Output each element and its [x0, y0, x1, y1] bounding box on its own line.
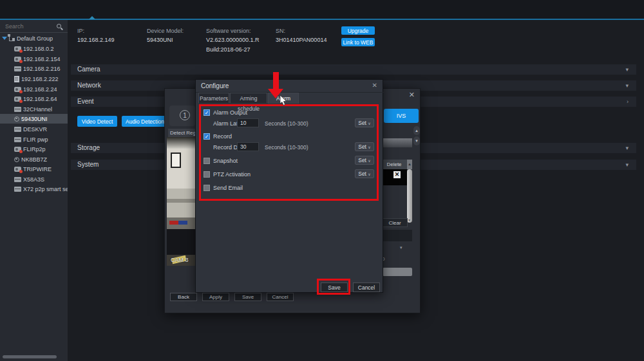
device-label: 192.168.2.154	[23, 56, 61, 62]
ip-value: 192.168.2.149	[77, 37, 115, 43]
chevron-down-icon: ∨	[368, 122, 370, 125]
device-label: DESKVR	[23, 126, 47, 133]
snapshot-checkbox[interactable]	[204, 158, 210, 164]
section-label: Camera	[77, 66, 100, 73]
ptz-set-dropdown[interactable]: Set ∨	[355, 169, 374, 178]
sidebar-horizontal-scrollbar[interactable]	[3, 355, 57, 358]
vertical-scrollbar[interactable]	[407, 169, 412, 223]
sidebar-item-device[interactable]: X58A3S	[0, 174, 68, 184]
camera-preview[interactable]: CAM 3	[167, 137, 196, 266]
chevron-down-icon[interactable]	[2, 37, 7, 40]
tab-arming-schedule[interactable]: Arming schedule	[230, 93, 267, 103]
send-email-checkbox[interactable]	[204, 185, 210, 191]
alarm-output-checkbox[interactable]: ✓	[204, 109, 210, 116]
camera-offline-icon	[14, 97, 21, 102]
build-value: Build:2018-06-27	[206, 46, 251, 53]
scroll-up-icon[interactable]: ▲	[407, 160, 412, 169]
chevron-down-icon: ▾	[625, 160, 629, 170]
configure-dialog: Configure ✕ Parameters Arming schedule A…	[195, 79, 383, 293]
sidebar-item-device[interactable]: 192.168.2.222	[0, 74, 68, 84]
sidebar-item-device[interactable]: X72 p2p smart searc	[0, 184, 68, 194]
ptz-activation-checkbox[interactable]	[204, 171, 210, 178]
device-label: FLIRp2p	[23, 146, 46, 153]
delete-column-header: Delete	[381, 160, 407, 169]
delete-item-icon[interactable]: ✕	[393, 171, 401, 178]
ivs-button[interactable]: IVS	[384, 109, 419, 123]
delete-cell: ✕	[381, 169, 407, 185]
clear-button[interactable]: Clear	[382, 218, 408, 227]
link-to-web-button[interactable]: Link to WEB	[341, 38, 375, 46]
save-button[interactable]: Save	[234, 293, 261, 301]
slider-fragment[interactable]	[383, 268, 412, 276]
upgrade-button[interactable]: Upgrade	[341, 26, 375, 35]
snapshot-set-dropdown[interactable]: Set ∨	[355, 156, 374, 165]
ip-label: IP:	[77, 28, 84, 34]
preview-partition	[167, 189, 196, 218]
tab-parameters[interactable]: Parameters	[198, 93, 229, 103]
sidebar-item-device[interactable]: 32CHannel	[0, 104, 68, 114]
device-label: 32CHannel	[23, 106, 52, 113]
sidebar-item-device[interactable]: DESKVR	[0, 124, 68, 134]
model-label: Device Model:	[147, 28, 184, 34]
preview-ceiling	[167, 137, 196, 149]
chevron-down-icon[interactable]: ▾	[400, 245, 402, 250]
search-box[interactable]	[0, 21, 68, 33]
channel-selector[interactable]: 1	[169, 106, 195, 126]
tab-alarm[interactable]: Alarm	[268, 93, 299, 104]
snapshot-label: Snapshot	[213, 158, 238, 164]
nvr-icon	[14, 187, 21, 192]
search-input[interactable]	[5, 23, 53, 30]
titlebar-accent-line	[0, 19, 644, 20]
set-label: Set	[358, 157, 366, 163]
sidebar-item-device[interactable]: 192.168.2.64	[0, 94, 68, 104]
preview-blue-item	[178, 221, 187, 225]
sidebar-item-device[interactable]: NK8BB7Z	[0, 154, 68, 164]
software-version-value: V2.623.0000000.1.R	[206, 37, 260, 43]
video-detect-button[interactable]: Video Detect	[77, 116, 117, 127]
sidebar-item-device[interactable]: 192.168.2.154	[0, 54, 68, 64]
spinner-down-icon[interactable]: ▼	[413, 136, 420, 145]
close-icon[interactable]: ✕	[409, 91, 415, 99]
cancel-button[interactable]: Cancel	[267, 293, 294, 301]
record-delay-set-dropdown[interactable]: Set ∨	[355, 142, 374, 151]
sidebar-item-device-selected[interactable]: 59430UNI	[0, 114, 68, 124]
audio-detection-button[interactable]: Audio Detection	[122, 116, 168, 127]
sn-label: SN:	[276, 28, 285, 34]
nvr-icon	[14, 107, 21, 112]
model-value: 59430UNI	[147, 37, 173, 43]
camera-offline-icon	[14, 167, 21, 172]
close-icon[interactable]: ✕	[372, 82, 377, 89]
sidebar-item-device[interactable]: FLIRp2p	[0, 144, 68, 154]
document-icon	[14, 76, 19, 82]
detect-region-label[interactable]: Detect Region	[168, 129, 196, 137]
dropdown-fragment[interactable]	[381, 138, 412, 147]
section-camera[interactable]: Camera▾	[71, 64, 636, 75]
sidebar-item-device[interactable]: 192.168.0.2	[0, 44, 68, 53]
dome-camera-icon	[14, 116, 19, 122]
record-delay-input[interactable]	[237, 142, 259, 151]
sidebar-item-device[interactable]: 192.168.2.216	[0, 64, 68, 73]
alarm-latch-input[interactable]	[237, 118, 259, 127]
sidebar-item-default-group[interactable]: Default Group	[0, 33, 68, 43]
sidebar-item-device[interactable]: TRIPWIRE	[0, 164, 68, 174]
input-fragment[interactable]	[381, 230, 412, 241]
ptz-activation-label: PTZ Activation	[213, 171, 251, 178]
titlebar	[0, 0, 644, 19]
dialog-cancel-button[interactable]: Cancel	[353, 282, 380, 292]
dialog-title: Configure	[201, 82, 229, 89]
chevron-right-icon: ›	[627, 97, 629, 107]
preview-monitor	[167, 229, 196, 255]
chevron-down-icon: ∨	[368, 172, 370, 176]
spinner-up-icon[interactable]: ▲	[413, 126, 420, 135]
camera-offline-icon	[14, 87, 21, 92]
alarm-latch-set-dropdown[interactable]: Set ∨	[355, 118, 374, 127]
dialog-save-button[interactable]: Save	[321, 282, 348, 292]
record-checkbox[interactable]: ✓	[204, 133, 210, 140]
sidebar-item-device[interactable]: FLIR pwp	[0, 134, 68, 144]
back-button[interactable]: Back	[170, 293, 197, 301]
sidebar-item-device[interactable]: 192.168.2.24	[0, 84, 68, 94]
apply-button[interactable]: Apply	[202, 293, 229, 301]
group-tree-icon	[9, 35, 15, 41]
search-icon[interactable]	[57, 24, 61, 28]
device-label: 192.168.0.2	[23, 46, 54, 52]
